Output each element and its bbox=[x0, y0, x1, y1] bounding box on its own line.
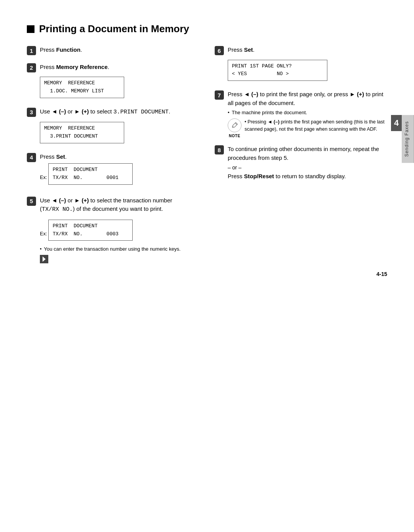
step-2: 2 Press Memory Reference. MEMORY REFEREN… bbox=[27, 63, 199, 101]
note-icon-wrap: NOTE bbox=[228, 118, 242, 139]
step-7: 7 Press ◄ (–) to print the first page on… bbox=[215, 90, 387, 139]
step-3-number: 3 bbox=[27, 108, 36, 117]
step-5-bullet-text: You can enter the transaction number usi… bbox=[44, 246, 181, 252]
step-2-lcd: MEMORY REFERENCE 1.DOC. MEMORY LIST bbox=[40, 77, 124, 98]
note-label-text: NOTE bbox=[229, 133, 240, 139]
step-4-lcd: PRINT DOCUMENTTX/RX NO. 0001 bbox=[48, 163, 133, 185]
bullet-dot-2-icon: • bbox=[228, 110, 230, 115]
step-6: 6 Press Set. PRINT 1ST PAGE ONLY?< YES N… bbox=[215, 46, 387, 84]
step-7-bullet-text: The machine prints the document. bbox=[232, 110, 307, 115]
tip-icon bbox=[40, 255, 48, 263]
step-4-ex-label: Ex: bbox=[40, 174, 47, 180]
step-6-lcd: PRINT 1ST PAGE ONLY?< YES NO > bbox=[228, 60, 327, 81]
step-7-number: 7 bbox=[215, 90, 224, 100]
step-8-alt-text: Press Stop/Reset to return to standby di… bbox=[228, 172, 387, 181]
step-3: 3 Use ◄ (–) or ► (+) to select 3.PRINT D… bbox=[27, 107, 199, 146]
step-7-text: Press ◄ (–) to print the first page only… bbox=[228, 90, 387, 107]
step-6-text: Press Set. bbox=[228, 46, 387, 54]
step-2-number: 2 bbox=[27, 63, 36, 72]
page-title: Printing a Document in Memory bbox=[27, 23, 387, 35]
step-5-number: 5 bbox=[27, 197, 36, 206]
step-8-content: To continue printing other documents in … bbox=[228, 145, 387, 183]
note-block: NOTE • Pressing ◄ (–) prints the first p… bbox=[228, 118, 387, 139]
tip-row bbox=[40, 255, 199, 263]
step-4-lcd-row: Ex: PRINT DOCUMENTTX/RX NO. 0001 bbox=[40, 163, 199, 188]
sidebar-tab: Sending Faxes bbox=[402, 115, 414, 163]
right-column: 6 Press Set. PRINT 1ST PAGE ONLY?< YES N… bbox=[215, 46, 387, 269]
step-5-text: Use ◄ (–) or ► (+) to select the transac… bbox=[40, 196, 199, 214]
title-text: Printing a Document in Memory bbox=[39, 23, 189, 35]
step-5-lcd: PRINT DOCUMENTTX/RX NO. 0003 bbox=[48, 220, 133, 241]
step-5: 5 Use ◄ (–) or ► (+) to select the trans… bbox=[27, 196, 199, 264]
or-separator: – or – bbox=[228, 164, 387, 171]
step-6-number: 6 bbox=[215, 46, 224, 55]
step-2-text: Press Memory Reference. bbox=[40, 63, 199, 72]
note-text: • Pressing ◄ (–) prints the first page w… bbox=[245, 118, 387, 136]
step-4-text: Press Set. bbox=[40, 153, 199, 161]
step-5-content: Use ◄ (–) or ► (+) to select the transac… bbox=[40, 196, 199, 264]
step-8-number: 8 bbox=[215, 145, 224, 154]
note-pencil-icon bbox=[228, 118, 242, 132]
step-5-bullet: • You can enter the transaction number u… bbox=[40, 246, 199, 252]
bullet-dot-icon: • bbox=[40, 246, 42, 252]
title-square-icon bbox=[27, 25, 34, 33]
step-1-content: Press Function. bbox=[40, 46, 199, 57]
step-6-content: Press Set. PRINT 1ST PAGE ONLY?< YES NO … bbox=[228, 46, 387, 84]
page-number: 4-15 bbox=[376, 271, 387, 277]
step-4: 4 Press Set. Ex: PRINT DOCUMENTTX/RX NO.… bbox=[27, 153, 199, 190]
step-7-bullet: • The machine prints the document. bbox=[228, 110, 387, 115]
step-4-content: Press Set. Ex: PRINT DOCUMENTTX/RX NO. 0… bbox=[40, 153, 199, 190]
arrow-up-right-icon bbox=[42, 256, 46, 262]
step-1-number: 1 bbox=[27, 46, 36, 55]
step-5-ex-label: Ex: bbox=[40, 231, 47, 236]
left-column: 1 Press Function. 2 Press Memory Referen… bbox=[27, 46, 199, 269]
step-3-content: Use ◄ (–) or ► (+) to select 3.PRINT DOC… bbox=[40, 107, 199, 146]
step-8: 8 To continue printing other documents i… bbox=[215, 145, 387, 183]
chapter-number: 4 bbox=[391, 115, 402, 131]
step-2-content: Press Memory Reference. MEMORY REFERENCE… bbox=[40, 63, 199, 101]
svg-marker-0 bbox=[43, 256, 46, 262]
step-3-text: Use ◄ (–) or ► (+) to select 3.PRINT DOC… bbox=[40, 107, 199, 117]
step-4-number: 4 bbox=[27, 153, 36, 162]
step-1-text: Press Function. bbox=[40, 46, 199, 54]
step-8-text: To continue printing other documents in … bbox=[228, 145, 387, 162]
step-3-lcd: MEMORY REFERENCE 3.PRINT DOCUMENT bbox=[40, 122, 124, 143]
step-1: 1 Press Function. bbox=[27, 46, 199, 57]
step-7-content: Press ◄ (–) to print the first page only… bbox=[228, 90, 387, 139]
